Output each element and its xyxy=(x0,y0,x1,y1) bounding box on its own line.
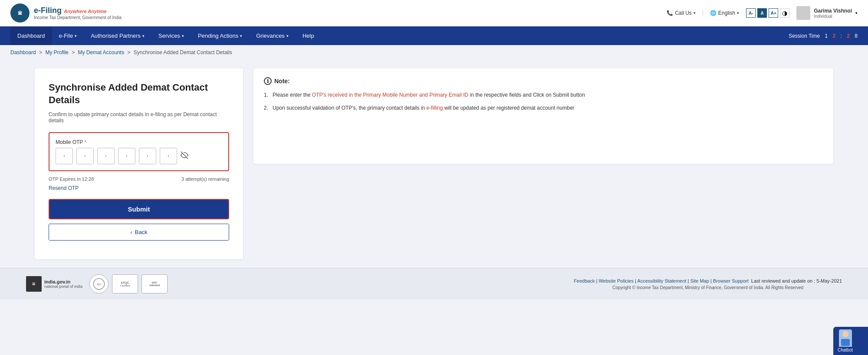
mobile-otp-label: Mobile OTP * xyxy=(56,139,222,145)
nav-help[interactable]: Help xyxy=(296,26,321,45)
footer-logo: 🏛 india.gov.in national portal of india xyxy=(26,276,82,292)
contrast-button[interactable]: ◑ xyxy=(780,8,789,18)
note-item-2: 2. Upon successful validation of OTP's, … xyxy=(264,104,823,112)
nav-services[interactable]: Services ▾ xyxy=(151,26,191,45)
user-info: Garima Vishnoi Individual xyxy=(814,8,852,19)
footer-links: Feedback | Website Policies | Accessibil… xyxy=(574,278,842,283)
lang-dropdown-arrow: ▾ xyxy=(737,11,739,15)
font-normal-button[interactable]: A xyxy=(757,8,767,18)
emblem-icon: 🏛 xyxy=(10,3,30,23)
grievances-arrow: ▾ xyxy=(286,34,289,38)
footer-last-updated: Last reviewed and update on : 5-May-2021 xyxy=(751,278,842,283)
footer-accessibility[interactable]: Accessibility Statement xyxy=(637,278,686,283)
badge-1: ISO xyxy=(89,274,108,293)
header: 🏛 e-Filing Anywhere Anytime Income Tax D… xyxy=(0,0,868,26)
user-dropdown-arrow: ▾ xyxy=(855,11,858,15)
note-card: ℹ Note: 1. Please enter the OTP's receiv… xyxy=(253,68,833,164)
call-dropdown-arrow: ▾ xyxy=(694,11,696,15)
auth-arrow: ▾ xyxy=(142,34,145,38)
services-arrow: ▾ xyxy=(182,34,184,38)
badge-2: STQC Certified xyxy=(112,274,138,293)
footer-feedback[interactable]: Feedback xyxy=(574,278,595,283)
footer-left: 🏛 india.gov.in national portal of india … xyxy=(26,274,168,293)
session-info: Session Time 1 2 : 2 8 xyxy=(789,33,858,39)
required-marker: * xyxy=(84,139,86,145)
user-role: Individual xyxy=(814,14,852,19)
breadcrumb-current: Synchronise Added Demat Contact Details xyxy=(134,49,232,55)
otp-digit-5[interactable] xyxy=(139,148,156,164)
otp-digit-3[interactable] xyxy=(97,148,115,164)
footer-sitemap[interactable]: Site Map xyxy=(690,278,709,283)
form-card: Synchronise Added Demat Contact Details … xyxy=(35,68,243,259)
footer-emblem: 🏛 xyxy=(26,276,42,292)
nav-dashboard[interactable]: Dashboard xyxy=(10,26,52,45)
nav-authorised-partners[interactable]: Authorised Partners ▾ xyxy=(84,26,151,45)
user-name: Garima Vishnoi xyxy=(814,8,852,14)
breadcrumb-sep-1: > xyxy=(39,49,43,55)
back-button[interactable]: ‹ Back xyxy=(49,224,229,240)
back-arrow-icon: ‹ xyxy=(130,229,132,235)
nav-pending-actions[interactable]: Pending Actions ▾ xyxy=(191,26,249,45)
breadcrumb-sep-2: > xyxy=(72,49,76,55)
otp-attempts: 3 attempt(s) remaining xyxy=(181,176,229,182)
footer-logo-sub: national portal of india xyxy=(44,284,82,289)
nav-grievances[interactable]: Grievances ▾ xyxy=(249,26,296,45)
otp-inputs xyxy=(56,148,222,164)
session-colon-2: 2 xyxy=(847,33,850,39)
font-increase-button[interactable]: A+ xyxy=(769,8,778,18)
otp-digit-4[interactable] xyxy=(118,148,135,164)
efiling-title: e-Filing Anywhere Anytime xyxy=(34,6,122,15)
avatar xyxy=(796,6,810,20)
font-controls: A- A A+ ◑ xyxy=(746,8,789,18)
call-us-button[interactable]: 📞 Call Us ▾ xyxy=(667,10,703,16)
session-time-1: 1 xyxy=(825,33,828,39)
note-header: ℹ Note: xyxy=(264,77,823,85)
otp-meta: OTP Expires in 12:28 3 attempt(s) remain… xyxy=(49,176,229,182)
note-title: Note: xyxy=(274,78,290,85)
footer-copyright: Copyright © Income Tax Department, Minis… xyxy=(574,285,842,290)
navbar: Dashboard e-File ▾ Authorised Partners ▾… xyxy=(0,26,868,45)
back-button-wrap: ‹ Back xyxy=(49,224,229,241)
nav-items: Dashboard e-File ▾ Authorised Partners ▾… xyxy=(10,26,321,45)
otp-digit-2[interactable] xyxy=(76,148,94,164)
session-time-3: 8 xyxy=(855,33,858,39)
phone-icon: 📞 xyxy=(667,10,673,16)
logo-area: 🏛 e-Filing Anywhere Anytime Income Tax D… xyxy=(10,3,122,23)
font-decrease-button[interactable]: A- xyxy=(746,8,756,18)
otp-digit-6[interactable] xyxy=(160,148,177,164)
nav-efile[interactable]: e-File ▾ xyxy=(52,26,84,45)
form-subtitle: Confirm to update primary contact detail… xyxy=(49,111,229,124)
main-content: Synchronise Added Demat Contact Details … xyxy=(0,60,868,268)
efile-arrow: ▾ xyxy=(75,34,77,38)
note-num-1: 1. xyxy=(264,91,269,99)
badge-3: W3CValidated xyxy=(141,274,168,293)
footer-website-policies[interactable]: Website Policies xyxy=(598,278,634,283)
breadcrumb-demat-accounts[interactable]: My Demat Accounts xyxy=(78,49,124,55)
form-title: Synchronise Added Demat Contact Details xyxy=(49,81,229,106)
breadcrumb-dashboard[interactable]: Dashboard xyxy=(10,49,36,55)
footer-logo-info: india.gov.in national portal of india xyxy=(44,279,82,289)
submit-button[interactable]: Submit xyxy=(49,200,228,218)
session-time-2: : xyxy=(841,33,842,39)
user-area[interactable]: Garima Vishnoi Individual ▾ xyxy=(796,6,858,20)
session-colon-1: 2 xyxy=(833,33,836,39)
eye-icon[interactable] xyxy=(181,151,188,161)
language-selector[interactable]: 🌐 English ▾ xyxy=(710,10,739,16)
resend-otp-link[interactable]: Resend OTP xyxy=(49,185,229,191)
otp-section: Mobile OTP * xyxy=(49,132,229,171)
header-right: 📞 Call Us ▾ 🌐 English ▾ A- A A+ ◑ Garima… xyxy=(667,6,858,20)
footer-browser-support[interactable]: Browser Support xyxy=(713,278,749,283)
breadcrumb: Dashboard > My Profile > My Demat Accoun… xyxy=(0,45,868,60)
session-label: Session Time xyxy=(789,33,820,39)
note-text-1: Please enter the OTP's received in the P… xyxy=(273,91,823,99)
otp-digit-1[interactable] xyxy=(56,148,73,164)
breadcrumb-my-profile[interactable]: My Profile xyxy=(45,49,68,55)
footer-badges: ISO STQC Certified W3CValidated xyxy=(89,274,168,293)
footer-logo-text: india.gov.in xyxy=(44,279,82,284)
globe-icon: 🌐 xyxy=(710,10,717,16)
svg-text:ISO: ISO xyxy=(97,283,101,286)
logo-text: e-Filing Anywhere Anytime Income Tax Dep… xyxy=(34,6,122,20)
dept-label: Income Tax Department, Government of Ind… xyxy=(34,15,122,20)
note-item-1: 1. Please enter the OTP's received in th… xyxy=(264,91,823,99)
footer-right: Feedback | Website Policies | Accessibil… xyxy=(574,278,842,290)
